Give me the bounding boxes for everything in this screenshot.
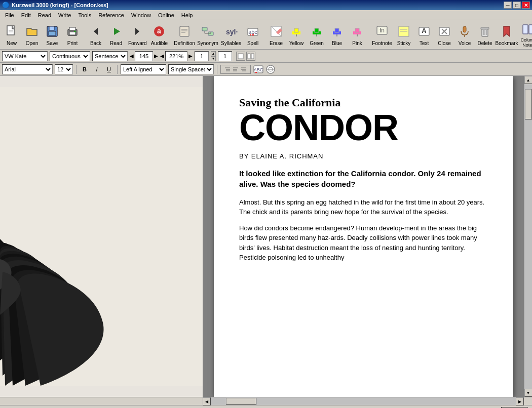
page-input-2[interactable] xyxy=(218,51,232,61)
svg-rect-15 xyxy=(180,26,189,36)
speed-up-icon: ▶ xyxy=(154,53,158,59)
view-single-icon[interactable] xyxy=(236,52,245,61)
synonym-button[interactable]: Synonym xyxy=(197,22,219,48)
audible-button[interactable]: a Audible xyxy=(149,22,169,48)
save-button[interactable]: Save xyxy=(43,22,62,48)
scroll-down-button[interactable]: ▼ xyxy=(524,389,533,397)
green-button[interactable]: Green xyxy=(307,22,326,48)
font-size-select[interactable]: 12 xyxy=(55,64,73,74)
menu-write[interactable]: Write xyxy=(55,11,74,19)
svg-rect-7 xyxy=(69,27,75,30)
definition-button[interactable]: Definition xyxy=(173,22,196,48)
page-input-1[interactable] xyxy=(195,51,209,61)
text-note-button[interactable]: A Text xyxy=(414,22,434,48)
italic-button[interactable]: I xyxy=(92,64,102,74)
svg-text:ABC: ABC xyxy=(254,67,263,72)
synonym-icon xyxy=(200,23,216,39)
print-button[interactable]: Print xyxy=(63,22,82,48)
new-button[interactable]: New xyxy=(2,22,21,48)
svg-rect-57 xyxy=(481,27,489,29)
voice-select[interactable]: VW Kate xyxy=(2,51,48,61)
erase-button[interactable]: Erase xyxy=(267,22,286,48)
maximize-button[interactable]: □ xyxy=(513,2,521,9)
bookmark-button[interactable]: Bookmark xyxy=(496,22,518,48)
minimize-button[interactable]: ─ xyxy=(504,2,512,9)
synonym-label: Synonym xyxy=(197,40,218,46)
svg-rect-61 xyxy=(523,25,528,34)
main-toolbar: New Open Save Print Back Read Forwa xyxy=(0,20,532,50)
main-content: Saving the California CONDOR BY ELAINE A… xyxy=(0,76,532,397)
vertical-scrollbar: ▲ ▼ xyxy=(524,76,532,397)
reading-unit-select[interactable]: Sentence xyxy=(92,51,128,61)
indent-icons[interactable] xyxy=(220,65,251,74)
svg-rect-5 xyxy=(49,31,56,35)
close-note-button[interactable]: Close xyxy=(435,22,454,48)
scroll-left-button[interactable]: ◀ xyxy=(203,397,211,405)
save-icon xyxy=(44,23,60,39)
menu-reference[interactable]: Reference xyxy=(95,11,127,19)
voice-label: Voice xyxy=(459,40,471,46)
menu-tools[interactable]: Tools xyxy=(75,11,94,19)
fmt-sep-2 xyxy=(117,65,118,74)
text-note-icon: A xyxy=(416,23,432,39)
scroll-corner xyxy=(524,397,532,405)
scroll-thumb[interactable] xyxy=(525,89,532,119)
svg-rect-74 xyxy=(251,54,254,59)
back-button[interactable]: Back xyxy=(86,22,105,48)
blue-button[interactable]: Blue xyxy=(327,22,347,48)
condor-illustration xyxy=(0,76,203,397)
speed-input[interactable] xyxy=(135,51,153,61)
column-notes-button[interactable]: Column Notes xyxy=(519,22,532,48)
delete-button[interactable]: Delete xyxy=(475,22,495,48)
menu-file[interactable]: File xyxy=(2,11,17,19)
svg-rect-4 xyxy=(49,26,54,30)
footnote-button[interactable]: fn Footnote xyxy=(371,22,393,48)
svg-rect-72 xyxy=(238,54,243,59)
open-icon xyxy=(24,23,40,39)
view-double-icon[interactable] xyxy=(246,52,255,61)
menu-edit[interactable]: Edit xyxy=(18,11,34,19)
svg-point-9 xyxy=(74,31,76,32)
doc-intro: It looked like extinction for the Califo… xyxy=(239,168,487,189)
sticky-button[interactable]: Sticky xyxy=(394,22,413,48)
menu-online[interactable]: Online xyxy=(155,11,177,19)
column-notes-icon xyxy=(520,22,532,36)
underline-button[interactable]: U xyxy=(104,64,114,74)
doc-title-line2: CONDOR xyxy=(239,111,487,144)
close-note-label: Close xyxy=(438,40,451,46)
yellow-button[interactable]: Yellow xyxy=(287,22,306,48)
bold-button[interactable]: B xyxy=(80,64,90,74)
read-button[interactable]: Read xyxy=(106,22,126,48)
spell-button[interactable]: abc Spell xyxy=(243,22,262,48)
close-button[interactable]: ✕ xyxy=(522,2,530,9)
voice-button[interactable]: Voice xyxy=(455,22,474,48)
zoom-up-icon: ▶ xyxy=(188,53,193,59)
back-label: Back xyxy=(90,40,101,46)
forward-button[interactable]: Forward xyxy=(127,22,148,48)
scroll-up-button[interactable]: ▲ xyxy=(524,76,533,84)
hscroll-thumb[interactable] xyxy=(226,398,256,405)
svg-text:a: a xyxy=(157,27,161,35)
open-button[interactable]: Open xyxy=(22,22,42,48)
yellow-label: Yellow xyxy=(289,40,304,46)
spell-icon: abc xyxy=(245,23,261,39)
open-label: Open xyxy=(26,40,38,46)
zoom-input[interactable] xyxy=(165,51,187,61)
syllables-button[interactable]: syl·la Syllables xyxy=(220,22,242,48)
spacing-select[interactable]: Single Spaced xyxy=(168,64,214,74)
menu-read[interactable]: Read xyxy=(35,11,54,19)
doc-para2: How did condors become endangered? Human… xyxy=(239,223,487,263)
menu-help[interactable]: Help xyxy=(178,11,196,19)
fmt-sep-1 xyxy=(76,65,77,74)
menu-window[interactable]: Window xyxy=(128,11,154,19)
font-select[interactable]: Arial xyxy=(2,64,53,74)
page-up[interactable]: ▲ xyxy=(211,51,216,56)
svg-rect-62 xyxy=(529,25,532,34)
page-down[interactable]: ▼ xyxy=(211,56,216,61)
definition-label: Definition xyxy=(174,40,195,46)
pink-button[interactable]: Pink xyxy=(348,22,367,48)
reading-mode-select[interactable]: Continuous xyxy=(50,51,90,61)
scroll-right-button[interactable]: ▶ xyxy=(516,397,524,405)
svg-text:A: A xyxy=(422,27,427,34)
alignment-select[interactable]: Left Aligned xyxy=(121,64,166,74)
